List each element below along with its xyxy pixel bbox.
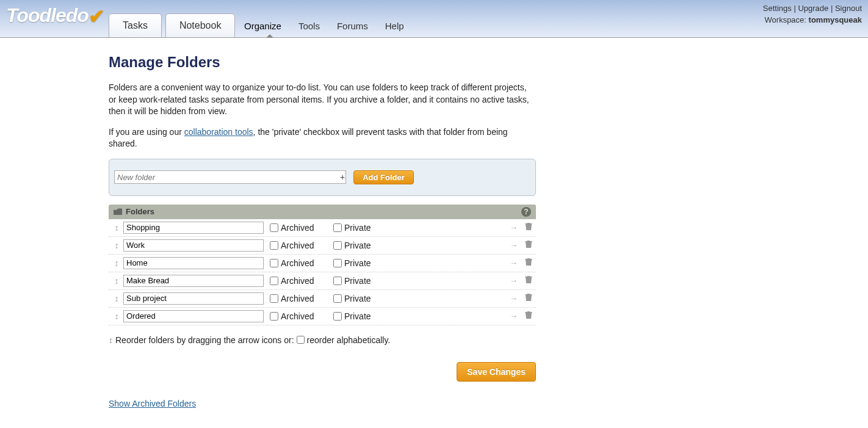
folder-name-input[interactable] xyxy=(123,257,264,269)
archived-label: Archived xyxy=(281,294,314,303)
save-bar: Save Changes xyxy=(109,362,536,382)
intro-paragraph-1: Folders are a convenient way to organize… xyxy=(109,82,536,118)
nav-organize[interactable]: Organize xyxy=(244,21,281,31)
archived-checkbox[interactable] xyxy=(270,241,278,250)
row-actions: → xyxy=(510,240,532,250)
main-content: Manage Folders Folders are a convenient … xyxy=(109,38,536,428)
private-label: Private xyxy=(344,223,371,233)
archived-group: Archived xyxy=(270,223,333,233)
drag-handle-icon[interactable]: ↕ xyxy=(112,223,121,233)
move-right-icon[interactable]: → xyxy=(510,258,518,267)
archived-label: Archived xyxy=(281,241,314,250)
save-changes-button[interactable]: Save Changes xyxy=(457,362,536,382)
private-label: Private xyxy=(344,241,371,250)
move-right-icon[interactable]: → xyxy=(510,311,518,321)
private-checkbox[interactable] xyxy=(333,223,342,232)
trash-icon[interactable] xyxy=(525,275,532,286)
tab-notebook[interactable]: Notebook xyxy=(165,13,236,37)
trash-icon[interactable] xyxy=(525,311,532,321)
drag-handle-icon[interactable]: ↕ xyxy=(112,258,121,268)
archived-checkbox[interactable] xyxy=(270,259,278,267)
archived-label: Archived xyxy=(281,276,314,286)
private-label: Private xyxy=(344,311,371,321)
trash-icon[interactable] xyxy=(525,222,532,233)
drag-handle-icon[interactable]: ↕ xyxy=(112,294,121,303)
private-label: Private xyxy=(344,276,371,286)
private-label: Private xyxy=(344,258,371,268)
private-checkbox[interactable] xyxy=(333,259,342,267)
collaboration-tools-link[interactable]: collaboration tools xyxy=(184,127,253,137)
archived-label: Archived xyxy=(281,258,314,268)
move-right-icon[interactable]: → xyxy=(510,223,518,232)
folder-name-input[interactable] xyxy=(123,292,264,305)
move-right-icon[interactable]: → xyxy=(510,294,518,303)
nav-forums[interactable]: Forums xyxy=(337,21,368,31)
trash-icon[interactable] xyxy=(525,293,532,303)
folder-row: ↕ArchivedPrivate→ xyxy=(109,308,536,325)
folder-name-input[interactable] xyxy=(123,275,264,287)
folder-name-input[interactable] xyxy=(123,239,264,252)
top-right: Settings | Upgrade | Signout Workspace: … xyxy=(763,4,862,24)
row-actions: → xyxy=(510,293,532,303)
private-checkbox[interactable] xyxy=(333,312,342,321)
folder-name-input[interactable] xyxy=(123,222,264,234)
settings-link[interactable]: Settings xyxy=(763,4,792,13)
move-right-icon[interactable]: → xyxy=(510,241,518,250)
logo-text: Toodledo xyxy=(6,4,89,26)
top-bar: Toodledo✔ Settings | Upgrade | Signout W… xyxy=(0,0,868,38)
reorder-text-2: reorder alphabetically. xyxy=(307,335,391,345)
archived-checkbox[interactable] xyxy=(270,277,278,285)
nav-help[interactable]: Help xyxy=(385,21,404,31)
private-checkbox[interactable] xyxy=(333,241,342,250)
archived-group: Archived xyxy=(270,294,333,303)
nav-tabs: Tasks Notebook xyxy=(109,13,239,37)
intro-text: Folders are a convenient way to organize… xyxy=(109,82,536,150)
reorder-text-1: Reorder folders by dragging the arrow ic… xyxy=(115,335,294,345)
workspace-name: tommysqueak xyxy=(809,15,862,24)
archived-checkbox[interactable] xyxy=(270,294,278,303)
archived-group: Archived xyxy=(270,258,333,268)
row-actions: → xyxy=(510,275,532,286)
private-group: Private xyxy=(333,241,397,250)
private-group: Private xyxy=(333,223,397,233)
active-nav-pointer-icon xyxy=(266,34,273,38)
trash-icon[interactable] xyxy=(525,240,532,250)
row-actions: → xyxy=(510,258,532,268)
signout-link[interactable]: Signout xyxy=(835,4,862,13)
new-folder-input[interactable] xyxy=(114,170,346,184)
nav-tools[interactable]: Tools xyxy=(298,21,320,31)
archived-checkbox[interactable] xyxy=(270,312,278,321)
private-checkbox[interactable] xyxy=(333,294,342,303)
add-folder-button[interactable]: Add Folder xyxy=(353,170,414,184)
drag-handle-icon[interactable]: ↕ xyxy=(112,311,121,321)
move-right-icon[interactable]: → xyxy=(510,276,518,285)
upgrade-link[interactable]: Upgrade xyxy=(798,4,828,13)
drag-handle-icon[interactable]: ↕ xyxy=(112,276,121,286)
row-actions: → xyxy=(510,311,532,321)
archived-group: Archived xyxy=(270,276,333,286)
tab-tasks[interactable]: Tasks xyxy=(109,13,162,37)
folder-name-input[interactable] xyxy=(123,310,264,322)
folder-row: ↕ArchivedPrivate→ xyxy=(109,290,536,308)
private-group: Private xyxy=(333,258,397,268)
intro-paragraph-2: If you are using our collaboration tools… xyxy=(109,126,536,150)
drag-handle-icon[interactable]: ↕ xyxy=(112,241,121,250)
private-label: Private xyxy=(344,294,371,303)
section-title: Folders xyxy=(126,207,154,216)
nav-links: Organize Tools Forums Help xyxy=(244,21,404,31)
row-actions: → xyxy=(510,222,532,233)
private-checkbox[interactable] xyxy=(333,277,342,285)
reorder-alpha-checkbox[interactable] xyxy=(297,336,305,344)
archived-checkbox[interactable] xyxy=(270,223,278,232)
check-icon: ✔ xyxy=(89,5,104,28)
help-icon[interactable]: ? xyxy=(521,207,531,217)
folder-list: ↕ArchivedPrivate→↕ArchivedPrivate→↕Archi… xyxy=(109,219,536,325)
trash-icon[interactable] xyxy=(525,258,532,268)
show-archived-link[interactable]: Show Archived Folders xyxy=(109,399,196,408)
top-links: Settings | Upgrade | Signout xyxy=(763,4,862,13)
logo[interactable]: Toodledo✔ xyxy=(6,4,104,27)
add-folder-box: + Add Folder xyxy=(109,159,536,196)
drag-icon: ↕ xyxy=(109,335,113,345)
reorder-note: ↕ Reorder folders by dragging the arrow … xyxy=(109,335,536,345)
show-archived-row: Show Archived Folders xyxy=(109,399,536,408)
